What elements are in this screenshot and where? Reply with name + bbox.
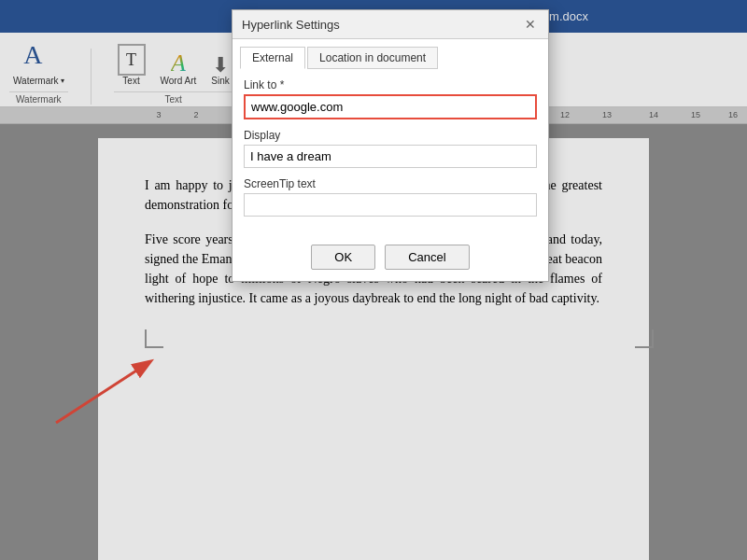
dialog-close-button[interactable]: ✕ — [522, 16, 539, 33]
link-to-field: Link to * — [244, 78, 537, 119]
screentip-field: ScreenTip text — [244, 177, 537, 217]
link-to-label: Link to * — [244, 78, 537, 91]
display-field: Display — [244, 129, 537, 168]
link-to-input[interactable] — [244, 94, 537, 119]
dialog-tabs: External Location in document — [233, 39, 548, 69]
ok-button[interactable]: OK — [311, 245, 375, 270]
dialog-titlebar: Hyperlink Settings ✕ — [233, 10, 548, 39]
screentip-input[interactable] — [244, 193, 537, 217]
tab-external[interactable]: External — [240, 47, 305, 69]
dialog-overlay: Hyperlink Settings ✕ External Location i… — [0, 0, 747, 560]
tab-location-in-document[interactable]: Location in document — [307, 47, 438, 69]
dialog-title: Hyperlink Settings — [242, 18, 340, 32]
dialog-buttons: OK Cancel — [233, 239, 548, 281]
cancel-button[interactable]: Cancel — [385, 245, 469, 270]
hyperlink-dialog: Hyperlink Settings ✕ External Location i… — [232, 9, 549, 282]
display-label: Display — [244, 129, 537, 142]
display-input[interactable] — [244, 145, 537, 168]
screentip-label: ScreenTip text — [244, 177, 537, 190]
dialog-body: Link to * Display ScreenTip text — [233, 69, 548, 239]
